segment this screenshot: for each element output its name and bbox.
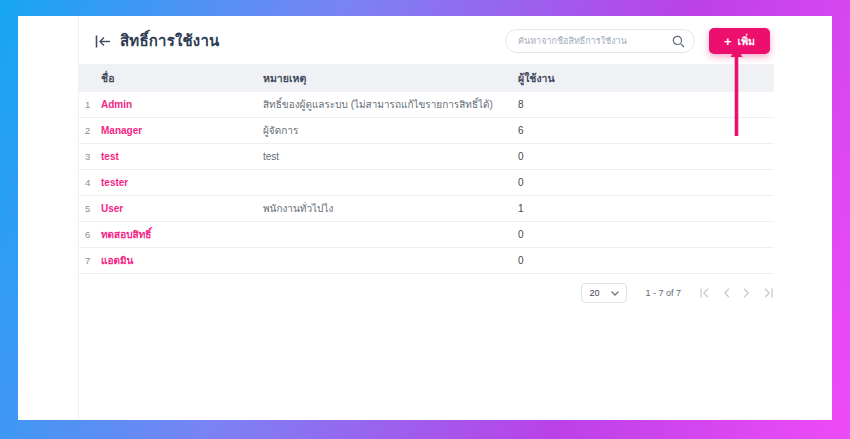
search-box[interactable] — [505, 29, 695, 53]
table-row: 6 ทดสอบสิทธิ์ 0 — [79, 222, 774, 248]
row-note: พนักงานทั่วไปไง — [263, 201, 518, 216]
row-note: ผู้จัดการ — [263, 123, 518, 138]
last-page-icon[interactable] — [763, 288, 774, 298]
page-size-value: 20 — [589, 288, 599, 298]
row-note: สิทธิ์ของผู้ดูแลระบบ (ไม่สามารถแก้ไขรายก… — [263, 97, 518, 112]
pagination: 20 1 - 7 of 7 — [79, 283, 774, 303]
content-card: สิทธิ์การใช้งาน + เพิ่ม — [18, 16, 832, 420]
row-index: 2 — [85, 125, 101, 136]
permission-name-link[interactable]: ทดสอบสิทธิ์ — [101, 229, 151, 240]
add-button[interactable]: + เพิ่ม — [709, 28, 770, 54]
chevron-down-icon — [611, 291, 619, 296]
permissions-table: ชื่อ หมายเหตุ ผู้ใช้งาน 1 Admin สิทธิ์ขอ… — [79, 64, 774, 274]
collapse-sidebar-icon[interactable] — [95, 35, 111, 48]
table-row: 7 แอดมิน 0 — [79, 248, 774, 274]
first-page-icon[interactable] — [699, 288, 710, 298]
row-index: 5 — [85, 203, 101, 214]
row-name-cell: tester — [101, 177, 263, 188]
table-row: 5 User พนักงานทั่วไปไง 1 — [79, 196, 774, 222]
row-users-count: 0 — [518, 151, 774, 162]
row-users-count: 8 — [518, 99, 774, 110]
permission-name-link[interactable]: User — [101, 203, 123, 214]
row-index: 6 — [85, 229, 101, 240]
permission-name-link[interactable]: tester — [101, 177, 128, 188]
table-header-row: ชื่อ หมายเหตุ ผู้ใช้งาน — [79, 64, 774, 92]
main-panel: สิทธิ์การใช้งาน + เพิ่ม — [79, 16, 832, 420]
table-row: 3 test test 0 — [79, 144, 774, 170]
page-title: สิทธิ์การใช้งาน — [120, 29, 219, 53]
header-users: ผู้ใช้งาน — [518, 70, 774, 87]
permission-name-link[interactable]: Admin — [101, 99, 132, 110]
row-users-count: 0 — [518, 177, 774, 188]
row-index: 1 — [85, 99, 101, 110]
row-note: test — [263, 151, 518, 162]
chevron-right-icon[interactable] — [743, 288, 750, 298]
collapsed-sidebar — [18, 16, 79, 420]
row-name-cell: Admin — [101, 99, 263, 110]
table-body: 1 Admin สิทธิ์ของผู้ดูแลระบบ (ไม่สามารถแ… — [79, 92, 774, 274]
permission-name-link[interactable]: แอดมิน — [101, 255, 133, 266]
header-note: หมายเหตุ — [263, 70, 518, 87]
row-name-cell: Manager — [101, 125, 263, 136]
chevron-left-icon[interactable] — [723, 288, 730, 298]
topbar: สิทธิ์การใช้งาน + เพิ่ม — [95, 26, 770, 56]
row-index: 4 — [85, 177, 101, 188]
title-group: สิทธิ์การใช้งาน — [95, 29, 219, 53]
row-index: 7 — [85, 255, 101, 266]
row-users-count: 0 — [518, 229, 774, 240]
range-label: 1 - 7 of 7 — [645, 288, 681, 298]
row-index: 3 — [85, 151, 101, 162]
row-users-count: 0 — [518, 255, 774, 266]
page-size-select[interactable]: 20 — [581, 283, 627, 303]
row-name-cell: ทดสอบสิทธิ์ — [101, 227, 263, 242]
header-name: ชื่อ — [101, 70, 263, 87]
magnifier-icon[interactable] — [672, 35, 685, 48]
table-row: 4 tester 0 — [79, 170, 774, 196]
add-button-label: เพิ่ม — [738, 33, 755, 50]
row-name-cell: test — [101, 151, 263, 162]
row-name-cell: แอดมิน — [101, 253, 263, 268]
permission-name-link[interactable]: test — [101, 151, 119, 162]
search-input[interactable] — [518, 36, 672, 46]
permission-name-link[interactable]: Manager — [101, 125, 142, 136]
row-name-cell: User — [101, 203, 263, 214]
plus-icon: + — [724, 35, 732, 48]
row-users-count: 1 — [518, 203, 774, 214]
table-row: 2 Manager ผู้จัดการ 6 — [79, 118, 774, 144]
row-users-count: 6 — [518, 125, 774, 136]
table-row: 1 Admin สิทธิ์ของผู้ดูแลระบบ (ไม่สามารถแ… — [79, 92, 774, 118]
pagination-nav — [699, 288, 774, 298]
